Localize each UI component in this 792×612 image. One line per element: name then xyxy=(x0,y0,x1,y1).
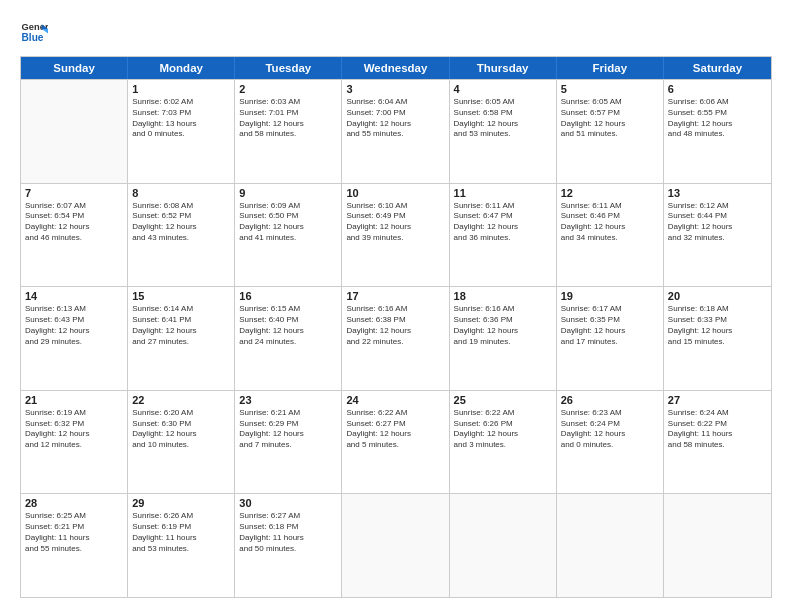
day-number: 30 xyxy=(239,497,337,509)
day-info: Sunrise: 6:26 AM Sunset: 6:19 PM Dayligh… xyxy=(132,511,230,554)
day-info: Sunrise: 6:10 AM Sunset: 6:49 PM Dayligh… xyxy=(346,201,444,244)
day-cell-30: 30Sunrise: 6:27 AM Sunset: 6:18 PM Dayli… xyxy=(235,494,342,597)
empty-cell-4-6 xyxy=(664,494,771,597)
day-cell-11: 11Sunrise: 6:11 AM Sunset: 6:47 PM Dayli… xyxy=(450,184,557,287)
day-info: Sunrise: 6:21 AM Sunset: 6:29 PM Dayligh… xyxy=(239,408,337,451)
day-info: Sunrise: 6:03 AM Sunset: 7:01 PM Dayligh… xyxy=(239,97,337,140)
calendar-row-1: 7Sunrise: 6:07 AM Sunset: 6:54 PM Daylig… xyxy=(21,183,771,287)
day-cell-9: 9Sunrise: 6:09 AM Sunset: 6:50 PM Daylig… xyxy=(235,184,342,287)
day-cell-22: 22Sunrise: 6:20 AM Sunset: 6:30 PM Dayli… xyxy=(128,391,235,494)
day-number: 18 xyxy=(454,290,552,302)
header: General Blue xyxy=(20,18,772,46)
header-cell-sunday: Sunday xyxy=(21,57,128,79)
day-number: 7 xyxy=(25,187,123,199)
empty-cell-4-4 xyxy=(450,494,557,597)
day-info: Sunrise: 6:06 AM Sunset: 6:55 PM Dayligh… xyxy=(668,97,767,140)
header-cell-wednesday: Wednesday xyxy=(342,57,449,79)
day-number: 8 xyxy=(132,187,230,199)
day-cell-17: 17Sunrise: 6:16 AM Sunset: 6:38 PM Dayli… xyxy=(342,287,449,390)
day-cell-7: 7Sunrise: 6:07 AM Sunset: 6:54 PM Daylig… xyxy=(21,184,128,287)
header-cell-saturday: Saturday xyxy=(664,57,771,79)
empty-cell-4-3 xyxy=(342,494,449,597)
empty-cell-0-0 xyxy=(21,80,128,183)
day-cell-16: 16Sunrise: 6:15 AM Sunset: 6:40 PM Dayli… xyxy=(235,287,342,390)
day-number: 26 xyxy=(561,394,659,406)
header-cell-thursday: Thursday xyxy=(450,57,557,79)
day-info: Sunrise: 6:16 AM Sunset: 6:36 PM Dayligh… xyxy=(454,304,552,347)
day-number: 3 xyxy=(346,83,444,95)
day-info: Sunrise: 6:16 AM Sunset: 6:38 PM Dayligh… xyxy=(346,304,444,347)
day-cell-2: 2Sunrise: 6:03 AM Sunset: 7:01 PM Daylig… xyxy=(235,80,342,183)
empty-cell-4-5 xyxy=(557,494,664,597)
day-number: 19 xyxy=(561,290,659,302)
day-info: Sunrise: 6:22 AM Sunset: 6:26 PM Dayligh… xyxy=(454,408,552,451)
day-number: 23 xyxy=(239,394,337,406)
day-number: 21 xyxy=(25,394,123,406)
day-info: Sunrise: 6:05 AM Sunset: 6:58 PM Dayligh… xyxy=(454,97,552,140)
day-cell-5: 5Sunrise: 6:05 AM Sunset: 6:57 PM Daylig… xyxy=(557,80,664,183)
day-info: Sunrise: 6:13 AM Sunset: 6:43 PM Dayligh… xyxy=(25,304,123,347)
day-cell-27: 27Sunrise: 6:24 AM Sunset: 6:22 PM Dayli… xyxy=(664,391,771,494)
day-number: 12 xyxy=(561,187,659,199)
day-number: 4 xyxy=(454,83,552,95)
day-info: Sunrise: 6:09 AM Sunset: 6:50 PM Dayligh… xyxy=(239,201,337,244)
day-info: Sunrise: 6:15 AM Sunset: 6:40 PM Dayligh… xyxy=(239,304,337,347)
day-info: Sunrise: 6:23 AM Sunset: 6:24 PM Dayligh… xyxy=(561,408,659,451)
day-cell-12: 12Sunrise: 6:11 AM Sunset: 6:46 PM Dayli… xyxy=(557,184,664,287)
day-number: 9 xyxy=(239,187,337,199)
day-number: 10 xyxy=(346,187,444,199)
calendar-body: 1Sunrise: 6:02 AM Sunset: 7:03 PM Daylig… xyxy=(21,79,771,597)
calendar-header: SundayMondayTuesdayWednesdayThursdayFrid… xyxy=(21,57,771,79)
day-cell-18: 18Sunrise: 6:16 AM Sunset: 6:36 PM Dayli… xyxy=(450,287,557,390)
logo: General Blue xyxy=(20,18,50,46)
day-cell-20: 20Sunrise: 6:18 AM Sunset: 6:33 PM Dayli… xyxy=(664,287,771,390)
day-info: Sunrise: 6:18 AM Sunset: 6:33 PM Dayligh… xyxy=(668,304,767,347)
day-number: 27 xyxy=(668,394,767,406)
logo-icon: General Blue xyxy=(20,18,48,46)
day-cell-4: 4Sunrise: 6:05 AM Sunset: 6:58 PM Daylig… xyxy=(450,80,557,183)
day-number: 14 xyxy=(25,290,123,302)
day-cell-24: 24Sunrise: 6:22 AM Sunset: 6:27 PM Dayli… xyxy=(342,391,449,494)
day-number: 1 xyxy=(132,83,230,95)
day-info: Sunrise: 6:22 AM Sunset: 6:27 PM Dayligh… xyxy=(346,408,444,451)
day-info: Sunrise: 6:19 AM Sunset: 6:32 PM Dayligh… xyxy=(25,408,123,451)
day-cell-29: 29Sunrise: 6:26 AM Sunset: 6:19 PM Dayli… xyxy=(128,494,235,597)
day-number: 2 xyxy=(239,83,337,95)
day-info: Sunrise: 6:14 AM Sunset: 6:41 PM Dayligh… xyxy=(132,304,230,347)
day-info: Sunrise: 6:07 AM Sunset: 6:54 PM Dayligh… xyxy=(25,201,123,244)
day-number: 29 xyxy=(132,497,230,509)
calendar: SundayMondayTuesdayWednesdayThursdayFrid… xyxy=(20,56,772,598)
day-cell-10: 10Sunrise: 6:10 AM Sunset: 6:49 PM Dayli… xyxy=(342,184,449,287)
day-info: Sunrise: 6:02 AM Sunset: 7:03 PM Dayligh… xyxy=(132,97,230,140)
day-number: 25 xyxy=(454,394,552,406)
day-info: Sunrise: 6:11 AM Sunset: 6:47 PM Dayligh… xyxy=(454,201,552,244)
header-cell-monday: Monday xyxy=(128,57,235,79)
day-info: Sunrise: 6:08 AM Sunset: 6:52 PM Dayligh… xyxy=(132,201,230,244)
day-number: 6 xyxy=(668,83,767,95)
day-cell-21: 21Sunrise: 6:19 AM Sunset: 6:32 PM Dayli… xyxy=(21,391,128,494)
day-number: 22 xyxy=(132,394,230,406)
day-cell-3: 3Sunrise: 6:04 AM Sunset: 7:00 PM Daylig… xyxy=(342,80,449,183)
day-number: 13 xyxy=(668,187,767,199)
header-cell-friday: Friday xyxy=(557,57,664,79)
day-cell-8: 8Sunrise: 6:08 AM Sunset: 6:52 PM Daylig… xyxy=(128,184,235,287)
day-number: 28 xyxy=(25,497,123,509)
day-info: Sunrise: 6:17 AM Sunset: 6:35 PM Dayligh… xyxy=(561,304,659,347)
day-number: 16 xyxy=(239,290,337,302)
day-number: 17 xyxy=(346,290,444,302)
day-cell-26: 26Sunrise: 6:23 AM Sunset: 6:24 PM Dayli… xyxy=(557,391,664,494)
calendar-row-2: 14Sunrise: 6:13 AM Sunset: 6:43 PM Dayli… xyxy=(21,286,771,390)
svg-text:Blue: Blue xyxy=(22,32,44,43)
day-number: 24 xyxy=(346,394,444,406)
day-info: Sunrise: 6:11 AM Sunset: 6:46 PM Dayligh… xyxy=(561,201,659,244)
page: General Blue SundayMondayTuesdayWednesda… xyxy=(0,0,792,612)
day-number: 15 xyxy=(132,290,230,302)
day-info: Sunrise: 6:05 AM Sunset: 6:57 PM Dayligh… xyxy=(561,97,659,140)
day-info: Sunrise: 6:24 AM Sunset: 6:22 PM Dayligh… xyxy=(668,408,767,451)
calendar-row-4: 28Sunrise: 6:25 AM Sunset: 6:21 PM Dayli… xyxy=(21,493,771,597)
day-cell-13: 13Sunrise: 6:12 AM Sunset: 6:44 PM Dayli… xyxy=(664,184,771,287)
day-cell-19: 19Sunrise: 6:17 AM Sunset: 6:35 PM Dayli… xyxy=(557,287,664,390)
day-cell-1: 1Sunrise: 6:02 AM Sunset: 7:03 PM Daylig… xyxy=(128,80,235,183)
day-cell-6: 6Sunrise: 6:06 AM Sunset: 6:55 PM Daylig… xyxy=(664,80,771,183)
calendar-row-3: 21Sunrise: 6:19 AM Sunset: 6:32 PM Dayli… xyxy=(21,390,771,494)
